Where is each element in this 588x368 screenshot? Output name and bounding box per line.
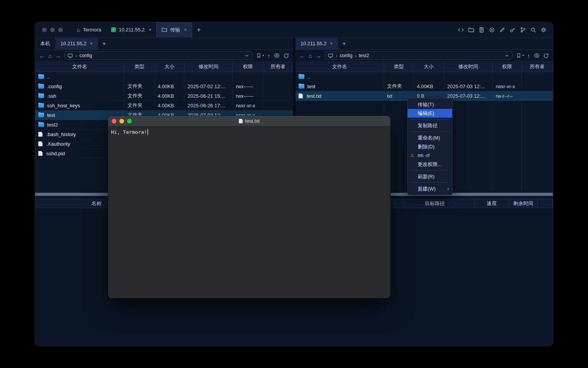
close-icon[interactable]: × <box>90 41 93 46</box>
folder-icon <box>38 103 44 108</box>
close-window-button[interactable] <box>42 28 47 32</box>
menu-item-change-permissions[interactable]: 更改权限... <box>408 160 452 169</box>
panel-toolbar: ← ⌂ → › config ▾ ↑ <box>35 50 293 61</box>
file-modified-cell: 2025-06-26 17:... <box>185 103 233 108</box>
new-panel-tab-button[interactable]: + <box>98 38 110 49</box>
file-name-cell: .. <box>35 74 124 80</box>
upload-button[interactable]: ↑ <box>268 53 271 59</box>
back-button[interactable]: ← <box>299 53 305 59</box>
new-panel-tab-button[interactable]: + <box>338 38 350 49</box>
column-header-name[interactable]: 文件名 <box>296 61 384 72</box>
key-icon[interactable] <box>510 27 516 33</box>
path-breadcrumb[interactable]: › config <box>64 51 253 60</box>
home-button[interactable]: ⌂ <box>48 53 52 59</box>
menu-item-edit[interactable]: 编辑(E) <box>408 109 452 118</box>
upload-button[interactable]: ↑ <box>528 53 531 59</box>
close-icon[interactable]: × <box>330 41 333 46</box>
forward-button[interactable]: → <box>315 53 321 59</box>
tab-transfer[interactable]: 传输 × <box>156 22 192 38</box>
column-header-owner[interactable]: 所有者 <box>522 61 553 72</box>
file-type-cell: 文件夹 <box>124 83 155 90</box>
folder-icon <box>299 74 304 79</box>
branch-icon[interactable] <box>520 27 526 33</box>
zoom-window-button[interactable] <box>58 28 63 32</box>
settings-icon[interactable] <box>541 27 547 33</box>
column-header-type[interactable]: 类型 <box>124 61 155 72</box>
breadcrumb-segment[interactable]: config <box>340 53 352 58</box>
edit-icon[interactable] <box>499 27 505 33</box>
file-permissions-cell: rwx------ <box>233 84 263 89</box>
panel-toolbar: ← ⌂ → › config › test2 ▾ ↑ <box>296 50 553 61</box>
tab-label: 10.211.55.2 <box>119 27 145 33</box>
code-icon[interactable] <box>458 27 464 33</box>
menu-separator <box>410 119 449 120</box>
minimize-button[interactable] <box>119 119 124 123</box>
file-row-parent[interactable]: .. <box>35 72 293 82</box>
search-icon[interactable] <box>530 27 536 33</box>
refresh-button[interactable] <box>543 53 549 59</box>
file-icon <box>38 132 42 137</box>
breadcrumb-segment[interactable]: config <box>79 53 92 58</box>
refresh-button[interactable] <box>283 53 289 59</box>
file-row[interactable]: ssh_host_keys 文件夹 4.00KB 2025-06-26 17:.… <box>35 101 293 110</box>
tab-host-session[interactable]: › 10.211.55.2 × <box>106 22 156 38</box>
forward-button[interactable]: → <box>55 53 61 59</box>
file-type-cell: 文件夹 <box>124 102 155 109</box>
close-icon[interactable]: × <box>149 27 152 32</box>
record-icon[interactable] <box>489 27 495 33</box>
menu-item-delete[interactable]: 删除(D) <box>408 142 452 151</box>
bookmark-button[interactable]: ▾ <box>256 53 264 58</box>
editor-content[interactable]: Hi, Termora! <box>108 127 390 138</box>
file-modified-cell: 2025-07-03 12:... <box>444 84 493 89</box>
new-tab-button[interactable]: + <box>192 22 206 38</box>
menu-item-copy-path[interactable]: 复制路径 <box>408 121 452 130</box>
chevron-down-icon[interactable] <box>504 53 510 58</box>
menu-item-transfer[interactable]: 传输(T) <box>408 100 452 109</box>
breadcrumb-segment[interactable]: test2 <box>359 53 369 58</box>
panel-tab-host[interactable]: 10.211.55.2 × <box>56 38 98 49</box>
show-hidden-button[interactable] <box>274 53 280 59</box>
column-header-type[interactable]: 类型 <box>384 61 414 72</box>
back-button[interactable]: ← <box>39 53 45 59</box>
show-hidden-button[interactable] <box>534 53 540 59</box>
menu-item-rm-rf[interactable]: ⚠ rm -rf <box>408 151 452 160</box>
column-header-permissions[interactable]: 权限 <box>233 61 263 72</box>
menu-item-rename[interactable]: 重命名(M) <box>408 133 452 142</box>
tab-termora-home[interactable]: ⌂ Termora <box>72 22 106 38</box>
tab-label: 本机 <box>40 40 50 47</box>
folder-icon[interactable] <box>468 27 474 33</box>
panel-tab-local[interactable]: 本机 <box>35 38 56 49</box>
file-size-cell: 4.00KB <box>155 103 185 108</box>
menu-item-new[interactable]: 新建(W) › <box>408 184 452 193</box>
file-row[interactable]: .config 文件夹 4.00KB 2025-07-02 12:... rwx… <box>35 82 293 91</box>
column-header-permissions[interactable]: 权限 <box>493 61 522 72</box>
chevron-down-icon[interactable] <box>244 53 250 58</box>
column-header-modified[interactable]: 修改时间 <box>185 61 233 72</box>
text-cursor <box>147 129 148 135</box>
close-button[interactable] <box>112 119 116 123</box>
column-header-owner[interactable]: 所有者 <box>263 61 293 72</box>
editor-title: test.txt <box>108 116 390 126</box>
menu-item-refresh[interactable]: 刷新(R) <box>408 172 452 181</box>
file-icon <box>38 151 42 156</box>
path-breadcrumb[interactable]: › config › test2 <box>325 51 513 60</box>
home-button[interactable]: ⌂ <box>309 53 312 59</box>
file-row[interactable]: .ssh 文件夹 4.00KB 2025-06-21 15:... rwx---… <box>35 91 293 101</box>
minimize-window-button[interactable] <box>50 28 55 32</box>
zoom-button[interactable] <box>127 119 132 123</box>
close-icon[interactable]: × <box>184 27 187 32</box>
tab-label: 10.211.55.2 <box>301 41 327 46</box>
bookmark-button[interactable]: ▾ <box>516 53 524 58</box>
file-row[interactable]: test 文件夹 4.00KB 2025-07-03 12:... rwxr-x… <box>296 82 553 91</box>
file-row-parent[interactable]: .. <box>296 72 553 82</box>
column-header-size[interactable]: 大小 <box>414 61 444 72</box>
folder-icon <box>38 94 44 98</box>
notes-icon[interactable] <box>479 27 485 33</box>
column-header-modified[interactable]: 修改时间 <box>444 61 493 72</box>
column-header-size[interactable]: 大小 <box>155 61 185 72</box>
column-header-name[interactable]: 文件名 <box>35 61 124 72</box>
transfer-column-end-spacer <box>538 199 553 208</box>
terminal-icon: › <box>111 27 116 32</box>
panel-tab-host[interactable]: 10.211.55.2 × <box>296 38 338 49</box>
editor-text: Hi, Termora! <box>111 129 147 135</box>
